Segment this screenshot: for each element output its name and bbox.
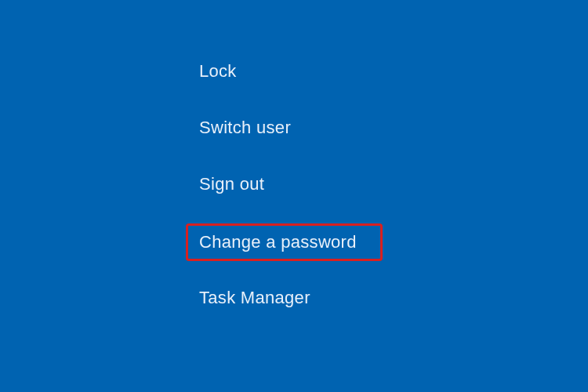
change-password-option[interactable]: Change a password: [186, 223, 383, 261]
switch-user-option[interactable]: Switch user: [188, 113, 302, 143]
sign-out-option[interactable]: Sign out: [188, 169, 275, 199]
task-manager-option[interactable]: Task Manager: [188, 283, 321, 313]
lock-option[interactable]: Lock: [188, 56, 248, 86]
security-options-menu: Lock Switch user Sign out Change a passw…: [188, 56, 383, 339]
